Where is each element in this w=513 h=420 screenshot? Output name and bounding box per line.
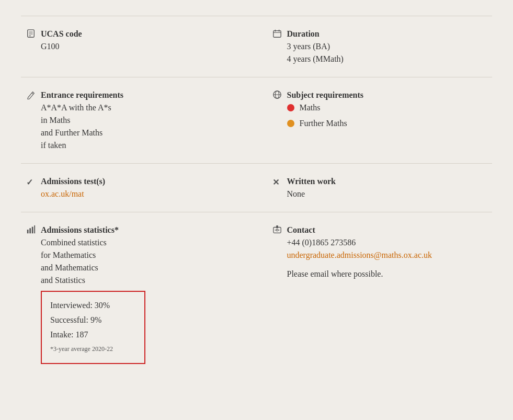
stats-line-4: and Statistics <box>41 274 145 287</box>
subject-item-further-maths: Further Maths <box>287 117 364 130</box>
entrance-line-4: if taken <box>41 139 123 152</box>
duration-label: Duration <box>287 28 355 40</box>
maths-dot <box>287 104 294 111</box>
written-work-value: None <box>287 188 355 200</box>
further-maths-dot <box>287 120 294 127</box>
stats-line-2: for Mathematics <box>41 249 145 262</box>
admissions-test-icon: ✓ <box>26 175 41 189</box>
written-work-label: Written work <box>287 175 355 188</box>
contact-values: +44 (0)1865 273586 undergraduate.admissi… <box>287 236 432 280</box>
ucas-cell: UCAS code G100 <box>21 16 257 77</box>
subject-item-maths: Maths <box>287 101 364 114</box>
admissions-stats-label: Admissions statistics* <box>41 224 145 236</box>
subject-content: Subject requirements Maths Further Maths <box>287 89 364 133</box>
contact-cell: Contact +44 (0)1865 273586 undergraduate… <box>257 212 493 376</box>
duration-icon <box>272 28 287 42</box>
svg-point-18 <box>276 229 278 231</box>
stats-line-1: Combined statistics <box>41 236 145 249</box>
stats-box: Interviewed: 30% Successful: 9% Intake: … <box>41 291 145 364</box>
entrance-content: Entrance requirements A*A*A with the A*s… <box>41 89 123 152</box>
contact-label: Contact <box>287 224 432 236</box>
entrance-values: A*A*A with the A*s in Maths and Further … <box>41 101 123 152</box>
admissions-test-label: Admissions test(s) <box>41 175 109 188</box>
entrance-icon <box>26 89 41 103</box>
svg-rect-14 <box>32 227 33 234</box>
entrance-label: Entrance requirements <box>41 89 123 101</box>
svg-rect-0 <box>28 30 35 37</box>
svg-rect-4 <box>273 31 280 38</box>
ucas-label: UCAS code <box>41 28 109 40</box>
admissions-stats-values: Combined statistics for Mathematics and … <box>41 236 145 287</box>
admissions-stats-cell: Admissions statistics* Combined statisti… <box>21 212 257 376</box>
svg-rect-12 <box>27 230 29 233</box>
duration-content: Duration 3 years (BA) 4 years (MMath) <box>287 28 355 65</box>
contact-content: Contact +44 (0)1865 273586 undergraduate… <box>287 224 432 280</box>
entrance-line-1: A*A*A with the A*s <box>41 101 123 114</box>
subject-label: Subject requirements <box>287 89 364 101</box>
written-work-content: Written work None <box>287 175 355 200</box>
stats-note: *3-year average 2020-22 <box>50 344 136 354</box>
entrance-cell: Entrance requirements A*A*A with the A*s… <box>21 77 257 163</box>
svg-rect-15 <box>34 225 35 233</box>
ucas-icon <box>26 28 41 42</box>
ucas-value: G100 <box>41 40 109 53</box>
subject-icon <box>272 89 287 103</box>
written-work-icon: ✕ <box>272 175 287 189</box>
further-maths-label: Further Maths <box>300 117 347 130</box>
entrance-line-3: and Further Maths <box>41 127 123 139</box>
duration-values: 3 years (BA) 4 years (MMath) <box>287 40 355 65</box>
svg-rect-13 <box>29 228 31 233</box>
duration-line-2: 4 years (MMath) <box>287 53 355 65</box>
svg-line-8 <box>32 93 33 94</box>
written-work-cell: ✕ Written work None <box>257 163 493 212</box>
contact-icon <box>272 224 287 238</box>
stats-line-3: and Mathematics <box>41 262 145 274</box>
contact-phone: +44 (0)1865 273586 <box>287 236 432 249</box>
stats-successful: Successful: 9% <box>50 314 136 326</box>
admissions-stats-icon <box>26 224 41 238</box>
admissions-stats-content: Admissions statistics* Combined statisti… <box>41 224 145 364</box>
admissions-test-link[interactable]: ox.ac.uk/mat <box>41 188 109 200</box>
subject-cell: Subject requirements Maths Further Maths <box>257 77 493 163</box>
contact-note: Please email where possible. <box>287 268 432 280</box>
ucas-content: UCAS code G100 <box>41 28 109 53</box>
info-grid: UCAS code G100 Duration 3 years (BA) 4 y… <box>21 16 492 376</box>
subject-values: Maths Further Maths <box>287 101 364 133</box>
svg-rect-17 <box>276 225 278 228</box>
stats-interviewed: Interviewed: 30% <box>50 299 136 312</box>
stats-intake: Intake: 187 <box>50 328 136 341</box>
admissions-test-content: Admissions test(s) ox.ac.uk/mat <box>41 175 109 200</box>
contact-email[interactable]: undergraduate.admissions@maths.ox.ac.uk <box>287 251 432 259</box>
entrance-line-2: in Maths <box>41 114 123 127</box>
duration-cell: Duration 3 years (BA) 4 years (MMath) <box>257 16 493 77</box>
page-container: UCAS code G100 Duration 3 years (BA) 4 y… <box>0 0 513 391</box>
maths-label: Maths <box>300 101 321 114</box>
duration-line-1: 3 years (BA) <box>287 40 355 53</box>
admissions-test-cell: ✓ Admissions test(s) ox.ac.uk/mat <box>21 163 257 212</box>
